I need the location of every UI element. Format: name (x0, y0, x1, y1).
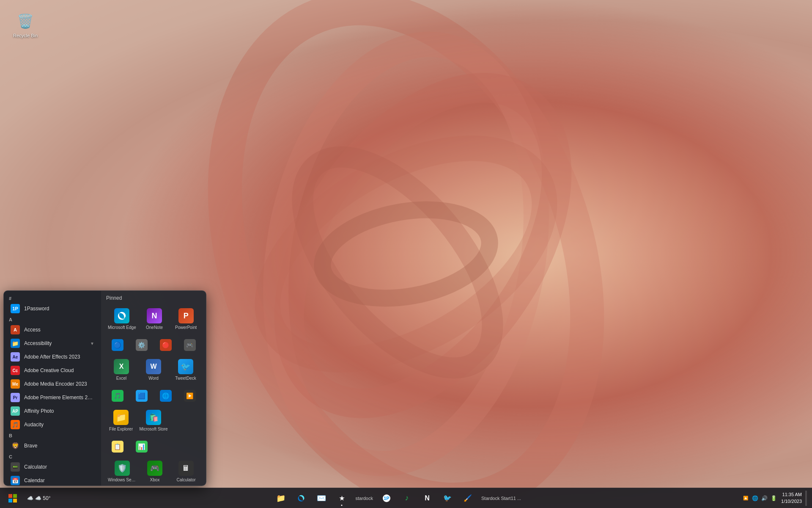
app-icon-access: A (11, 325, 20, 334)
app-icon-calendar: 📅 (11, 476, 20, 485)
weather-temp: ☁️ 50° (35, 495, 50, 501)
svg-rect-9 (8, 499, 12, 502)
stardock-start11-text: Stardock Start11 ... (481, 496, 521, 501)
app-brave[interactable]: 🦁 Brave (5, 439, 99, 453)
pinned-small-3[interactable]: 🔴 (154, 337, 177, 353)
pinned-word[interactable]: W Word (138, 355, 169, 385)
app-1password[interactable]: 1P 1Password (5, 302, 99, 315)
pinned-word-label: Word (148, 376, 159, 381)
pinned-powerpoint[interactable]: P PowerPoint (171, 304, 201, 334)
start-menu: # 1P 1Password A A Access 📁 Accessibilit… (3, 290, 206, 486)
pinned-small-6-icon: 🟦 (136, 390, 148, 402)
app-icon-audacity: 🎵 (11, 420, 20, 429)
app-name-brave: Brave (24, 443, 37, 449)
svg-rect-8 (13, 494, 17, 498)
pinned-row-5: 📁 File Explorer 🛍️ Microsoft Store (106, 406, 201, 436)
pinned-small-2[interactable]: ⚙️ (130, 337, 153, 353)
taskbar-1password[interactable]: 1P (377, 489, 396, 508)
weather-icon: ☁️ (27, 495, 33, 501)
pinned-file-explorer[interactable]: 📁 File Explorer (106, 406, 136, 436)
tray-chevron[interactable]: 🔼 (741, 494, 750, 502)
app-name-accessibility: Accessibility (24, 340, 52, 346)
app-audacity[interactable]: 🎵 Audacity (5, 418, 99, 431)
accessibility-expand-arrow: ▼ (90, 341, 94, 346)
taskbar-spotify[interactable]: ♪ (398, 489, 416, 508)
pinned-file-explorer-label: File Explorer (109, 427, 133, 432)
pinned-small-1[interactable]: 🔵 (106, 337, 129, 353)
app-media-encoder[interactable]: Me Adobe Media Encoder 2023 (5, 377, 99, 391)
pinned-calculator-pinned[interactable]: 🖩 Calculator (171, 457, 201, 486)
clock-date: 1/10/2023 (781, 498, 802, 505)
pinned-small-3-icon: 🔴 (160, 339, 172, 351)
app-affinity-photo[interactable]: AP Affinity Photo (5, 404, 99, 418)
pinned-small-9[interactable]: 📋 (106, 438, 129, 455)
pinned-small-10[interactable]: 📊 (130, 438, 153, 455)
taskbar: ☁️ ☁️ 50° 📁 ✉️ ★ stardock 1 (0, 488, 812, 508)
pinned-windows-security-label: Windows Security (108, 478, 137, 483)
taskbar-file-explorer[interactable]: 📁 (272, 489, 290, 508)
pinned-small-7[interactable]: 🌐 (154, 387, 177, 404)
app-access[interactable]: A Access (5, 323, 99, 337)
pinned-onenote[interactable]: N OneNote (140, 304, 170, 334)
app-calculator[interactable]: 📟 Calculator (5, 460, 99, 474)
taskbar-twitter[interactable]: 🐦 (438, 489, 457, 508)
app-premiere-elements[interactable]: Pr Adobe Premiere Elements 2022 (5, 391, 99, 404)
app-name-access: Access (24, 327, 41, 333)
app-icon-premiere-elements: Pr (11, 393, 20, 402)
pinned-row-6: 📋 📊 (106, 438, 201, 455)
app-creative-cloud[interactable]: Cc Adobe Creative Cloud (5, 364, 99, 377)
taskbar-left: ☁️ ☁️ 50° (0, 489, 54, 508)
start-button[interactable] (3, 489, 22, 508)
pinned-calculator-icon: 🖩 (178, 461, 194, 476)
app-accessibility[interactable]: 📁 Accessibility ▼ (5, 337, 99, 350)
pinned-tweetdeck[interactable]: 🐦 TweetDeck (170, 355, 201, 385)
pinned-small-6[interactable]: 🟦 (130, 387, 153, 404)
system-tray: 🔼 🌐 🔊 🔋 (741, 494, 778, 502)
app-after-effects[interactable]: Ae Adobe After Effects 2023 (5, 350, 99, 364)
pinned-windows-security[interactable]: 🛡️ Windows Security (106, 457, 138, 486)
pinned-small-4-icon: 🎮 (184, 339, 196, 351)
pinned-tweetdeck-label: TweetDeck (175, 376, 196, 381)
tray-volume[interactable]: 🔊 (760, 494, 768, 502)
pinned-powerpoint-icon: P (178, 308, 194, 323)
section-header-c: C (4, 453, 101, 460)
file-explorer-icon: 📁 (276, 494, 285, 503)
tray-battery[interactable]: 🔋 (769, 494, 778, 502)
pinned-edge[interactable]: Microsoft Edge (106, 304, 138, 334)
pinned-onenote-icon: N (147, 308, 162, 323)
recycle-bin-icon[interactable]: 🗑️ Recycle Bin (8, 8, 42, 41)
pinned-xbox[interactable]: 🎮 Xbox (140, 457, 170, 486)
section-header-hash: # (4, 294, 101, 302)
pinned-excel[interactable]: X Excel (106, 355, 137, 385)
pinned-file-explorer-icon: 📁 (113, 410, 129, 425)
spotify-icon: ♪ (405, 494, 409, 502)
edge-icon (297, 494, 305, 502)
pinned-powerpoint-label: PowerPoint (175, 325, 197, 330)
app-name-media-encoder: Adobe Media Encoder 2023 (24, 381, 87, 387)
pinned-row-4: 🎵 🟦 🌐 ▶️ (106, 387, 201, 404)
desktop-icons-container: 🗑️ Recycle Bin (8, 8, 42, 41)
pinned-xbox-label: Xbox (150, 478, 160, 483)
show-desktop-button[interactable] (805, 491, 807, 506)
taskbar-notion[interactable]: N (418, 489, 436, 508)
weather-widget[interactable]: ☁️ ☁️ 50° (24, 495, 54, 501)
stardock-icon: ★ (339, 495, 345, 502)
pinned-word-icon: W (146, 359, 161, 374)
pinned-ms-store[interactable]: 🛍️ Microsoft Store (137, 406, 169, 436)
app-icon-after-effects: Ae (11, 352, 20, 362)
taskbar-mail[interactable]: ✉️ (312, 489, 331, 508)
taskbar-stardock-label[interactable]: stardock (353, 489, 376, 508)
pinned-small-4[interactable]: 🎮 (178, 337, 201, 353)
taskbar-paint[interactable]: 🖌️ (458, 489, 477, 508)
taskbar-stardock-app[interactable]: ★ (332, 489, 351, 508)
tray-network[interactable]: 🌐 (751, 494, 759, 502)
taskbar-browser[interactable] (292, 489, 310, 508)
pinned-small-5[interactable]: 🎵 (106, 387, 129, 404)
taskbar-clock[interactable]: 11:35 AM 1/10/2023 (781, 491, 802, 505)
app-calendar[interactable]: 📅 Calendar (5, 474, 99, 486)
taskbar-stardock-start11[interactable]: Stardock Start11 ... (479, 489, 524, 508)
pinned-excel-icon: X (114, 359, 129, 374)
pinned-ms-store-label: Microsoft Store (139, 427, 167, 432)
notion-icon: N (425, 494, 430, 502)
pinned-small-8[interactable]: ▶️ (178, 387, 201, 404)
